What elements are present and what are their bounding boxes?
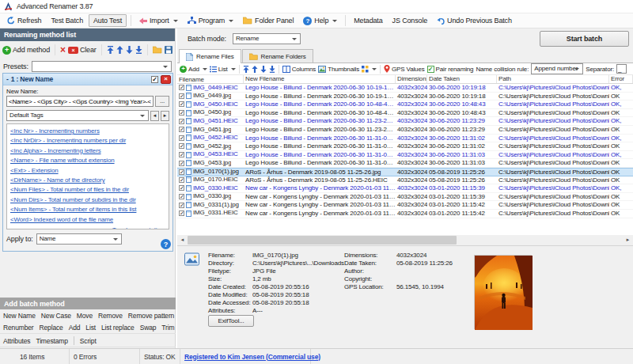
batch-method-link-list[interactable]: List [85, 324, 96, 332]
gps-values-button[interactable]: GPS Values [384, 65, 425, 73]
row-checkbox[interactable] [179, 185, 184, 191]
table-row[interactable]: IMG_0330.jpgNew car - Kongens Lyngby - D… [177, 193, 633, 202]
start-batch-button[interactable]: Start batch [540, 31, 629, 47]
batch-method-link-add[interactable]: Add [69, 324, 81, 332]
browse-tags-button[interactable]: ... [155, 96, 169, 107]
move-bottom-button[interactable] [135, 46, 142, 54]
registered-link[interactable]: Registered to Kim Jensen (Commercial use… [184, 353, 320, 361]
tab-rename-folders[interactable]: Rename Folders [242, 49, 313, 63]
batch-method-link-list-replace[interactable]: List replace [101, 324, 135, 332]
tag-link[interactable]: <Inc NrDir> - Incrementing numbers per d… [10, 136, 165, 146]
pair-renaming-checkbox[interactable]: ✓ Pair renaming [427, 66, 474, 73]
batch-method-link-new-case[interactable]: New Case [41, 312, 71, 320]
table-row[interactable]: IMG_0452.jpgLego House - Billund - Denma… [177, 142, 633, 151]
column-header-date-taken[interactable]: Date Taken [427, 75, 497, 83]
undo-previous-batch-button[interactable]: Undo Previous Batch [433, 14, 516, 27]
batch-method-link-timestamp[interactable]: Timestamp [36, 337, 67, 345]
remove-method-button[interactable]: × [60, 46, 66, 54]
tag-link[interactable]: <Inc Nr> - Incrementing numbers [10, 127, 165, 136]
row-checkbox[interactable] [179, 127, 184, 132]
batch-method-link-script[interactable]: Script [80, 337, 97, 345]
move-top-button[interactable] [107, 46, 114, 54]
help-button[interactable]: ? Help [299, 14, 341, 27]
apply-to-select[interactable]: Name [36, 233, 122, 245]
collapse-toggle[interactable]: - [6, 75, 9, 83]
tag-page-right-button[interactable]: ► [161, 111, 169, 121]
column-header-path[interactable]: Path [497, 75, 609, 83]
move-file-bottom-button[interactable] [269, 66, 275, 73]
batch-method-link-attributes[interactable]: Attributes [3, 337, 30, 345]
save-preset-button[interactable] [165, 46, 172, 54]
open-preset-button[interactable] [153, 46, 162, 54]
scroll-left-arrow-icon[interactable]: ◄ [177, 235, 188, 245]
table-row[interactable]: IMG_0450.jpgLego House - Billund - Denma… [177, 109, 633, 118]
tag-link[interactable]: <Word> Indexed word of the file name [10, 215, 165, 225]
batch-method-link-trim[interactable]: Trim [161, 324, 174, 332]
method-enabled-checkbox[interactable]: ✓ [151, 76, 158, 83]
row-checkbox[interactable] [179, 85, 184, 90]
name-collision-select[interactable]: Append number [531, 63, 583, 74]
column-header-dimensions[interactable]: Dimensions [396, 75, 427, 83]
tag-link[interactable]: <Num Files> - Total number of files in t… [10, 185, 165, 195]
tag-category-select[interactable]: Default Tags [6, 110, 149, 121]
table-row[interactable]: IMG_0453.HEICLego House - Billund - Denm… [177, 151, 633, 160]
tag-link[interactable]: <Ext> - Extension [10, 166, 165, 176]
js-console-button[interactable]: JS Console [389, 14, 432, 27]
batch-method-link-swap[interactable]: Swap [140, 324, 157, 332]
batch-method-link-remove-pattern[interactable]: Remove pattern [128, 312, 174, 320]
separator-input[interactable] [616, 64, 627, 74]
row-checkbox[interactable] [179, 210, 184, 216]
tag-link[interactable]: <Name> - File name without extension [10, 156, 165, 165]
row-checkbox[interactable] [179, 161, 184, 166]
table-row[interactable]: IMG_0449.HEICLego House - Billund - Denm… [177, 84, 633, 93]
move-up-button[interactable] [116, 46, 123, 54]
table-row[interactable]: IMG_0170.HEICARoS - Århus - Denmark 2019… [177, 176, 633, 185]
list-button[interactable]: List [210, 66, 236, 73]
refresh-button[interactable]: Refresh [3, 14, 45, 27]
row-checkbox[interactable] [179, 110, 184, 116]
table-row[interactable]: IMG_0170(1).jpgARoS - Århus - Denmark 20… [177, 168, 633, 176]
tag-documentation-link[interactable]: Tag documentation [112, 226, 164, 229]
row-checkbox[interactable] [179, 169, 184, 175]
new-name-input[interactable] [6, 96, 154, 107]
import-button[interactable]: Import [135, 14, 182, 27]
move-file-down-button[interactable] [260, 66, 267, 73]
column-header-filename[interactable]: Filename [177, 75, 244, 83]
tag-link[interactable]: <DirName> - Name of the directory [10, 176, 165, 185]
row-checkbox[interactable] [179, 194, 184, 199]
test-batch-button[interactable]: Test Batch [47, 14, 87, 27]
table-row[interactable]: IMG_0450.HEICLego House - Billund - Denm… [177, 100, 633, 109]
batch-mode-select[interactable]: Rename [233, 33, 301, 44]
folder-panel-button[interactable]: Folder Panel [239, 14, 298, 27]
add-method-button[interactable]: + Add method [2, 46, 50, 55]
tag-link[interactable]: <Inc Alpha> - Incrementing letters [10, 146, 165, 156]
row-checkbox[interactable] [179, 119, 184, 124]
program-button[interactable]: Program [184, 14, 237, 27]
table-row[interactable]: IMG_0452.HEICLego House - Billund - Denm… [177, 135, 633, 143]
row-checkbox[interactable] [179, 143, 184, 149]
method-help-icon[interactable]: ? [161, 239, 171, 249]
table-row[interactable]: IMG_0451.HEICLego House - Billund - Denm… [177, 117, 633, 126]
table-row[interactable]: IMG_0453.jpgLego House - Billund - Denma… [177, 159, 633, 168]
row-checkbox[interactable] [179, 177, 184, 183]
method-close-button[interactable]: × [161, 75, 171, 84]
row-checkbox[interactable] [179, 101, 184, 107]
batch-method-link-replace[interactable]: Replace [40, 324, 63, 332]
move-file-up-button[interactable] [252, 66, 258, 73]
batch-method-link-new-name[interactable]: New Name [3, 312, 36, 320]
column-header-new-filename[interactable]: New Filename [244, 75, 396, 83]
metadata-button[interactable]: Metadata [350, 14, 386, 27]
columns-button[interactable]: Columns [282, 66, 316, 73]
move-file-top-button[interactable] [243, 66, 249, 73]
add-files-button[interactable]: + Add [180, 66, 207, 73]
tag-link[interactable]: <Num Dirs> - Total number of subdirs in … [10, 195, 165, 205]
table-row[interactable]: IMG_0449.jpgLego House - Billund - Denma… [177, 93, 633, 101]
auto-test-button[interactable]: Auto Test [89, 14, 127, 27]
row-checkbox[interactable] [179, 152, 184, 157]
table-row[interactable]: IMG_0330.HEICNew car - Kongens Lyngby - … [177, 184, 633, 193]
row-checkbox[interactable] [179, 135, 184, 141]
exiftool-button[interactable]: ExifTool... [208, 315, 254, 327]
table-row[interactable]: IMG_0451.jpgLego House - Billund - Denma… [177, 126, 633, 135]
scroll-right-arrow-icon[interactable]: ► [623, 235, 633, 245]
scrollbar-thumb[interactable] [188, 236, 457, 245]
